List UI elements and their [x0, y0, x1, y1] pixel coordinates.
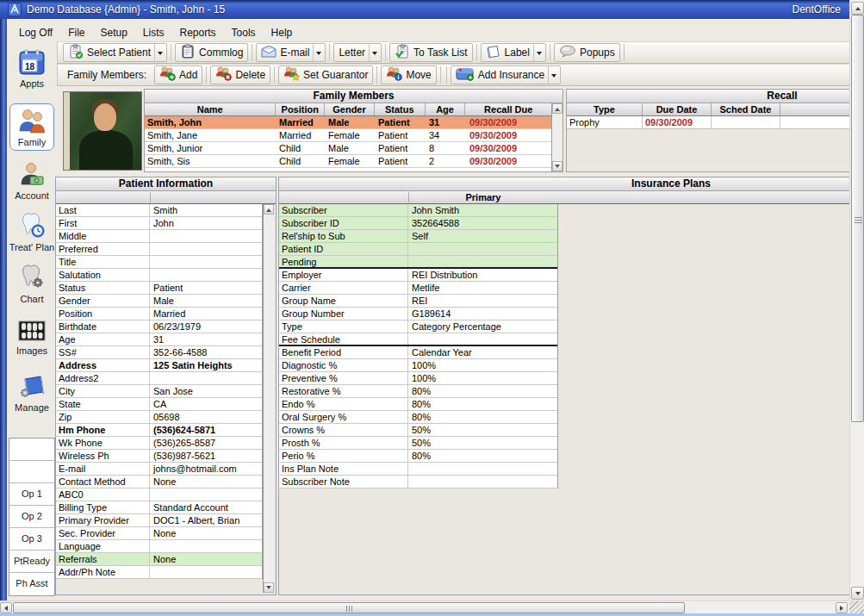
- patient-info-row[interactable]: Title: [56, 256, 262, 269]
- patient-info-row[interactable]: Wireless Ph(536)987-5621: [56, 450, 262, 463]
- email-dropdown chevron-down-icon[interactable]: [313, 44, 324, 61]
- menu-item-setup[interactable]: Setup: [92, 25, 134, 40]
- operatory-cell-ph-asst[interactable]: Ph Asst: [9, 573, 54, 595]
- scroll-down-button[interactable]: [851, 587, 864, 600]
- insurance-row[interactable]: Restorative %80%: [279, 385, 557, 398]
- family-member-row[interactable]: Smith, JaneMarriedFemalePatient3409/30/2…: [145, 129, 553, 142]
- patient-info-row[interactable]: Address125 Satin Heights: [56, 359, 262, 372]
- insurance-row[interactable]: Fee Schedule: [279, 333, 557, 346]
- sidebar-module-family[interactable]: Family: [9, 103, 54, 151]
- insurance-row[interactable]: Preventive %100%: [279, 372, 557, 385]
- popups-button[interactable]: Popups: [554, 43, 620, 62]
- set-guarantor-button[interactable]: Set Guarantor: [278, 65, 373, 84]
- patient-info-row[interactable]: Primary ProviderDOC1 - Albert, Brian: [56, 514, 262, 527]
- menu-item-tools[interactable]: Tools: [224, 25, 264, 40]
- move-family-member-button[interactable]: Move: [381, 65, 436, 84]
- sidebar-module-chart[interactable]: Chart: [9, 264, 55, 304]
- family-table-scrollbar[interactable]: [551, 103, 563, 171]
- operatory-cell-op-2[interactable]: Op 2: [9, 506, 54, 528]
- title-bar[interactable]: Demo Database {Admin} - Smith, John - 15…: [0, 0, 849, 19]
- operatory-cell-blank[interactable]: [9, 439, 54, 461]
- sidebar-module-account[interactable]: Account: [9, 162, 55, 201]
- vertical-scrollbar[interactable]: [849, 0, 864, 616]
- family-member-row[interactable]: Smith, JuniorChildMalePatient809/30/2009: [145, 142, 553, 155]
- patient-info-row[interactable]: Sec. ProviderNone: [56, 527, 262, 540]
- insurance-row[interactable]: Patient ID: [279, 243, 557, 256]
- menu-item-help[interactable]: Help: [264, 25, 301, 40]
- insurance-row[interactable]: Subscriber ID352664588: [279, 217, 557, 230]
- sidebar-module-manage[interactable]: Manage: [9, 374, 55, 413]
- insurance-row[interactable]: Prosth %50%: [279, 437, 557, 450]
- patient-info-row[interactable]: Addr/Ph Note: [56, 566, 262, 579]
- menu-item-reports[interactable]: Reports: [172, 25, 224, 40]
- menu-item-file[interactable]: File: [60, 25, 92, 40]
- scroll-up-button[interactable]: [264, 204, 274, 215]
- operatory-cell-op-1[interactable]: Op 1: [9, 483, 54, 506]
- vertical-scroll-thumb[interactable]: [851, 15, 864, 422]
- patient-info-row[interactable]: Hm Phone(536)624-5871: [56, 424, 262, 437]
- patient-info-row[interactable]: GenderMale: [56, 295, 262, 308]
- scroll-up-button[interactable]: [851, 2, 864, 15]
- sidebar-module-appts[interactable]: 18 Appts: [9, 48, 55, 89]
- scroll-up-button[interactable]: [552, 103, 563, 114]
- menu-item-log-off[interactable]: Log Off: [11, 25, 60, 40]
- scroll-left-button[interactable]: [0, 602, 12, 613]
- family-member-row[interactable]: Smith, SisChildFemalePatient209/30/2009: [145, 155, 553, 168]
- scroll-down-button[interactable]: [264, 582, 274, 593]
- scroll-right-button[interactable]: [836, 602, 848, 613]
- insurance-row[interactable]: Subscriber Note: [279, 476, 557, 488]
- sidebar-module-images[interactable]: Images: [9, 319, 55, 356]
- add-family-member-button[interactable]: Add: [154, 65, 202, 84]
- patient-info-row[interactable]: E-mailjohns@hotmail.com: [56, 463, 262, 476]
- patient-info-row[interactable]: Middle: [56, 230, 262, 243]
- add-insurance-button[interactable]: Add Insurance: [451, 65, 561, 84]
- patient-info-row[interactable]: LastSmith: [56, 204, 262, 217]
- patient-info-row[interactable]: SS#352-66-4588: [56, 346, 262, 359]
- letter-button[interactable]: Letter: [333, 43, 382, 62]
- insurance-row[interactable]: Group NumberG189614: [279, 308, 557, 320]
- patient-info-row[interactable]: Wk Phone(536)265-8587: [56, 437, 262, 450]
- patient-info-row[interactable]: Salutation: [56, 269, 262, 282]
- operatory-cell-blank[interactable]: [9, 461, 54, 483]
- label-button[interactable]: Label: [481, 43, 546, 62]
- insurance-row[interactable]: Pending: [279, 256, 557, 269]
- email-button[interactable]: E-mail: [256, 43, 326, 62]
- patient-info-row[interactable]: Age31: [56, 333, 262, 346]
- label-dropdown chevron-down-icon[interactable]: [533, 44, 544, 61]
- patient-info-scrollbar[interactable]: [263, 204, 274, 593]
- patient-info-row[interactable]: CitySan Jose: [56, 385, 262, 398]
- insurance-row[interactable]: Group NameREI: [279, 295, 557, 308]
- insurance-row[interactable]: SubscriberJohn Smith: [279, 204, 557, 217]
- patient-photo[interactable]: [63, 91, 142, 171]
- delete-family-member-button[interactable]: Delete: [210, 65, 270, 84]
- patient-info-row[interactable]: Billing TypeStandard Account: [56, 501, 262, 514]
- patient-info-row[interactable]: Zip05698: [56, 411, 262, 424]
- patient-info-row[interactable]: StateCA: [56, 398, 262, 411]
- horizontal-scroll-thumb[interactable]: [13, 602, 685, 613]
- menu-item-lists[interactable]: Lists: [135, 25, 172, 40]
- insurance-row[interactable]: Diagnostic %100%: [279, 359, 557, 372]
- patient-info-row[interactable]: StatusPatient: [56, 282, 262, 295]
- patient-info-row[interactable]: ReferralsNone: [56, 553, 262, 566]
- select-patient-button[interactable]: Select Patient: [63, 43, 167, 62]
- to-task-list-button[interactable]: To Task List: [389, 43, 472, 62]
- insurance-row[interactable]: Ins Plan Note: [279, 463, 557, 476]
- patient-info-row[interactable]: Address2: [56, 372, 262, 385]
- family-member-row[interactable]: Smith, JohnMarriedMalePatient3109/30/200…: [145, 116, 553, 129]
- commlog-button[interactable]: Commlog: [175, 43, 248, 62]
- insurance-row[interactable]: Perio %80%: [279, 450, 557, 463]
- insurance-row[interactable]: Endo %80%: [279, 398, 557, 411]
- recall-row[interactable]: Prophy 09/30/2009: [567, 116, 849, 129]
- insurance-row[interactable]: CarrierMetlife: [279, 282, 557, 295]
- select-patient-dropdown chevron-down-icon[interactable]: [154, 44, 165, 61]
- resize-grip[interactable]: [849, 600, 864, 613]
- patient-info-row[interactable]: Language: [56, 540, 262, 553]
- sidebar-module-treat-plan[interactable]: Treat' Plan: [9, 212, 55, 252]
- insurance-row[interactable]: EmployerREI Distribution: [279, 269, 557, 282]
- add-insurance-dropdown chevron-down-icon[interactable]: [548, 66, 559, 84]
- insurance-row[interactable]: Benefit PeriodCalendar Year: [279, 346, 557, 359]
- scroll-down-button[interactable]: [552, 161, 563, 171]
- letter-dropdown chevron-down-icon[interactable]: [369, 44, 380, 61]
- patient-info-row[interactable]: Birthdate06/23/1979: [56, 320, 262, 333]
- patient-info-row[interactable]: Contact MethodNone: [56, 476, 262, 488]
